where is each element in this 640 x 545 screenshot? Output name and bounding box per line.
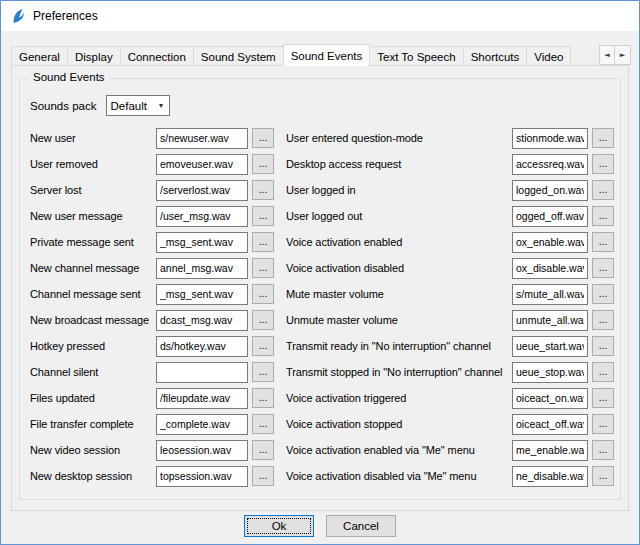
sound-file-input[interactable] [512, 414, 588, 435]
tab-general[interactable]: General [11, 46, 68, 65]
sound-file-input[interactable] [156, 388, 248, 409]
sound-file-input[interactable] [512, 128, 588, 149]
sound-event-row: New user message ... [30, 203, 274, 229]
sound-event-row: Voice activation stopped ... [286, 411, 614, 437]
tab-video[interactable]: Video [526, 46, 571, 65]
sound-event-label: Server lost [30, 184, 156, 196]
browse-button[interactable]: ... [592, 440, 614, 460]
browse-button[interactable]: ... [592, 206, 614, 226]
sound-file-input[interactable] [156, 154, 248, 175]
sound-event-row: Mute master volume ... [286, 281, 614, 307]
browse-button[interactable]: ... [592, 180, 614, 200]
tab-shortcuts[interactable]: Shortcuts [463, 46, 528, 65]
sound-file-input[interactable] [512, 206, 588, 227]
sound-file-input[interactable] [512, 336, 588, 357]
sound-event-label: Channel message sent [30, 288, 156, 300]
browse-button[interactable]: ... [592, 258, 614, 278]
sound-file-input[interactable] [512, 362, 588, 383]
tab-sound-events[interactable]: Sound Events [283, 44, 371, 66]
sound-event-label: New desktop session [30, 470, 156, 482]
sound-file-input[interactable] [512, 440, 588, 461]
right-column: User entered question-mode ... Desktop a… [286, 125, 614, 489]
browse-button[interactable]: ... [592, 310, 614, 330]
tab-scroller: ◄ ► [599, 45, 631, 65]
sound-event-row: User entered question-mode ... [286, 125, 614, 151]
sound-file-input[interactable] [512, 258, 588, 279]
sound-event-label: Hotkey pressed [30, 340, 156, 352]
browse-button[interactable]: ... [592, 336, 614, 356]
browse-button[interactable]: ... [592, 466, 614, 486]
browse-button[interactable]: ... [252, 336, 274, 356]
sound-event-label: New channel message [30, 262, 156, 274]
sound-event-label: Voice activation disabled [286, 262, 512, 274]
sound-event-row: Hotkey pressed ... [30, 333, 274, 359]
sound-file-input[interactable] [512, 466, 588, 487]
tab-bar: GeneralDisplayConnectionSound SystemSoun… [1, 44, 639, 65]
tab-display[interactable]: Display [67, 46, 121, 65]
tab-sound-system[interactable]: Sound System [193, 46, 284, 65]
sound-event-row: User logged in ... [286, 177, 614, 203]
browse-button[interactable]: ... [252, 414, 274, 434]
browse-button[interactable]: ... [592, 362, 614, 382]
sound-event-row: File transfer complete ... [30, 411, 274, 437]
sound-event-row: Voice activation disabled ... [286, 255, 614, 281]
sound-file-input[interactable] [156, 284, 248, 305]
sounds-pack-select[interactable]: Default ▾ [106, 95, 170, 116]
browse-button[interactable]: ... [252, 258, 274, 278]
ok-button[interactable]: Ok [244, 515, 314, 537]
sound-events-group: Sound Events Sounds pack Default ▾ New u… [19, 78, 621, 500]
sound-file-input[interactable] [512, 388, 588, 409]
tab-text-to-speech[interactable]: Text To Speech [369, 46, 463, 65]
browse-button[interactable]: ... [252, 284, 274, 304]
browse-button[interactable]: ... [252, 128, 274, 148]
sound-file-input[interactable] [156, 206, 248, 227]
sound-event-row: Voice activation disabled via "Me" menu … [286, 463, 614, 489]
sound-file-input[interactable] [156, 414, 248, 435]
sound-file-input[interactable] [156, 310, 248, 331]
sound-event-row: Voice activation enabled via "Me" menu .… [286, 437, 614, 463]
sound-file-input[interactable] [156, 180, 248, 201]
browse-button[interactable]: ... [592, 388, 614, 408]
tab-scroll-right-icon[interactable]: ► [615, 45, 631, 65]
sound-file-input[interactable] [156, 128, 248, 149]
browse-button[interactable]: ... [252, 440, 274, 460]
browse-button[interactable]: ... [592, 154, 614, 174]
browse-button[interactable]: ... [252, 180, 274, 200]
browse-button[interactable]: ... [252, 154, 274, 174]
sound-event-row: New channel message ... [30, 255, 274, 281]
sounds-pack-row: Sounds pack Default ▾ [30, 95, 620, 116]
browse-button[interactable]: ... [252, 206, 274, 226]
browse-button[interactable]: ... [592, 284, 614, 304]
sound-file-input[interactable] [156, 440, 248, 461]
sound-file-input[interactable] [512, 232, 588, 253]
tab-scroll-left-icon[interactable]: ◄ [599, 45, 615, 65]
sound-file-input[interactable] [156, 466, 248, 487]
browse-button[interactable]: ... [592, 232, 614, 252]
sound-event-label: Voice activation enabled [286, 236, 512, 248]
sound-file-input[interactable] [156, 258, 248, 279]
sound-file-input[interactable] [156, 232, 248, 253]
browse-button[interactable]: ... [592, 414, 614, 434]
app-icon [10, 8, 26, 24]
sound-event-row: Unmute master volume ... [286, 307, 614, 333]
sound-event-row: Server lost ... [30, 177, 274, 203]
browse-button[interactable]: ... [252, 232, 274, 252]
browse-button[interactable]: ... [252, 310, 274, 330]
browse-button[interactable]: ... [592, 128, 614, 148]
browse-button[interactable]: ... [252, 388, 274, 408]
sound-file-input[interactable] [512, 154, 588, 175]
sound-event-row: New desktop session ... [30, 463, 274, 489]
sound-file-input[interactable] [156, 336, 248, 357]
sound-file-input[interactable] [512, 180, 588, 201]
sound-event-label: Channel silent [30, 366, 156, 378]
sounds-pack-value: Default [107, 100, 154, 112]
tab-connection[interactable]: Connection [120, 46, 194, 65]
sound-file-input[interactable] [512, 284, 588, 305]
preferences-dialog: Preferences GeneralDisplayConnectionSoun… [0, 0, 640, 545]
sound-file-input[interactable] [156, 362, 248, 383]
browse-button[interactable]: ... [252, 466, 274, 486]
browse-button[interactable]: ... [252, 362, 274, 382]
cancel-button[interactable]: Cancel [326, 515, 396, 537]
sound-event-label: Private message sent [30, 236, 156, 248]
sound-file-input[interactable] [512, 310, 588, 331]
